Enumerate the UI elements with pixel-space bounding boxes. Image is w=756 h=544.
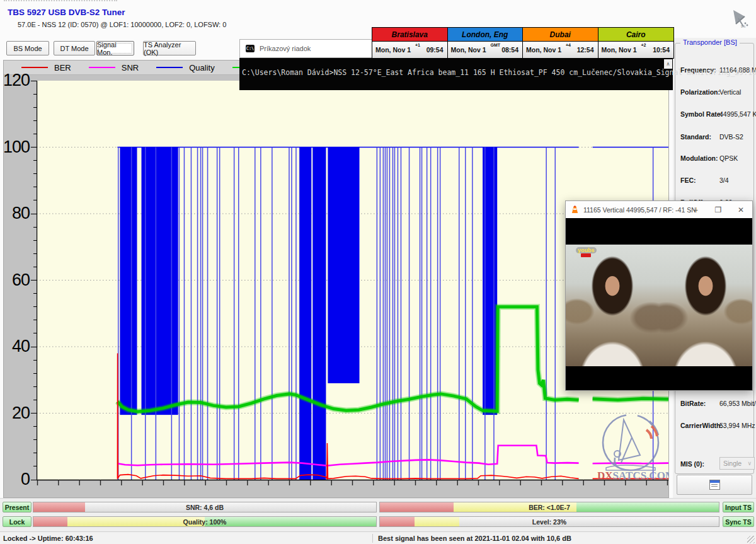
clock-london: London, Eng Mon, Nov 1 GMT 08:54 bbox=[448, 28, 524, 58]
svg-text:DXSATCS.COM: DXSATCS.COM bbox=[597, 470, 669, 480]
quality-line-swatch bbox=[156, 67, 183, 68]
video-frame: youbs bbox=[566, 245, 752, 366]
fec-value: 3/4 bbox=[719, 177, 729, 184]
ber-meter: BER: <1.0E-7 bbox=[379, 502, 719, 512]
polarization-label: Polarization: bbox=[680, 88, 720, 96]
clock-dubai: Dubai Mon, Nov 1 +4 12:54 bbox=[523, 28, 598, 58]
fec-label: FEC: bbox=[680, 177, 696, 184]
app-window: { "app": { "title": "TBS 5927 USB DVB-S2… bbox=[0, 0, 756, 544]
present-button[interactable]: Present bbox=[3, 502, 32, 512]
symbol-rate-label: Symbol Rate: bbox=[680, 110, 723, 118]
y-axis-label: 0 bbox=[21, 470, 30, 489]
status-bar: Locked -> Uptime: 60:43:16 Best signal h… bbox=[0, 531, 756, 544]
polarization-value: Vertical bbox=[719, 88, 741, 96]
satellite-dish-icon: 9% bbox=[726, 8, 751, 33]
page-title: TBS 5927 USB DVB-S2 Tuner bbox=[8, 8, 125, 17]
ber-line-swatch bbox=[21, 67, 48, 68]
vlc-window-title: 11165 Vertical 44995,547 / RF: -41 SNR: … bbox=[583, 206, 697, 214]
cmd-window-title: Príkazový riadok bbox=[260, 45, 311, 52]
vlc-video-area[interactable]: youbs bbox=[566, 218, 752, 390]
sync-ts-button[interactable]: Sync TS bbox=[723, 516, 754, 527]
chevron-down-icon: ∨ bbox=[747, 460, 752, 466]
close-button[interactable]: ✕ bbox=[730, 201, 752, 218]
standard-label: Standard: bbox=[680, 133, 711, 141]
scroll-up-arrow[interactable]: ∧ bbox=[664, 59, 672, 69]
report-button[interactable] bbox=[677, 475, 752, 495]
legend-item-quality: Quality bbox=[156, 63, 214, 72]
command-prompt-body[interactable]: C:\Users\Roman Dávid>NSS 12-57°E_East Af… bbox=[239, 58, 673, 90]
watermark-dx: DX bbox=[597, 470, 613, 480]
mis-label: MIS (0): bbox=[680, 460, 704, 468]
tab-dt-mode[interactable]: DT Mode bbox=[54, 41, 95, 55]
signal-meters-strip: Present Lock SNR: 4,6 dB Quality: 100% B… bbox=[0, 498, 756, 532]
bitrate-value: 66,953 Mbit/s bbox=[719, 400, 756, 407]
cropped-window-fragment bbox=[4, 0, 117, 5]
snr-line-swatch bbox=[89, 67, 115, 68]
channel-logo: youbs bbox=[576, 247, 597, 253]
y-axis-label: 100 bbox=[3, 137, 30, 157]
quality-meter: Quality: 100% bbox=[33, 516, 377, 527]
groupbox-title: Transponder [BS] bbox=[680, 38, 740, 46]
y-axis-label: 40 bbox=[12, 337, 30, 356]
modulation-label: Modulation: bbox=[680, 154, 718, 162]
lock-uptime-status: Locked -> Uptime: 60:43:16 bbox=[0, 535, 372, 542]
y-axis-label: 20 bbox=[12, 403, 30, 423]
document-list-icon bbox=[709, 480, 720, 490]
snr-meter: SNR: 4,6 dB bbox=[33, 502, 377, 512]
dxsatcs-watermark: DXSATCS.COM bbox=[596, 410, 669, 483]
lock-button[interactable]: Lock bbox=[3, 516, 32, 527]
clock-bratislava: Bratislava Mon, Nov 1 +1 09:54 bbox=[372, 28, 448, 58]
svg-text:9%: 9% bbox=[741, 25, 746, 28]
modulation-value: QPSK bbox=[719, 154, 738, 162]
carrier-width-label: CarrierWidth: bbox=[680, 422, 723, 429]
world-clock-panel: Bratislava Mon, Nov 1 +1 09:54 London, E… bbox=[372, 27, 674, 59]
cmd-prompt-line: C:\Users\Roman Dávid>NSS 12-57°E_East Af… bbox=[242, 68, 658, 77]
vlc-titlebar[interactable]: 11165 Vertical 44995,547 / RF: -41 SNR: … bbox=[566, 201, 752, 218]
tab-bs-mode[interactable]: BS Mode bbox=[6, 41, 49, 55]
mis-dropdown[interactable]: Single ∨ bbox=[719, 457, 755, 470]
resize-grip[interactable] bbox=[747, 536, 755, 543]
vlc-player-window[interactable]: 11165 Vertical 44995,547 / RF: -41 SNR: … bbox=[565, 200, 753, 391]
satellite-subtitle: 57.0E - NSS 12 (ID: 0570) @ LOF1: 100000… bbox=[18, 21, 226, 28]
minimize-button[interactable]: – bbox=[684, 201, 707, 218]
video-person-right-mirrored bbox=[659, 245, 752, 366]
standard-value: DVB-S2 bbox=[719, 133, 743, 141]
clock-cairo: Cairo Mon, Nov 1 +2 10:54 bbox=[598, 28, 674, 58]
legend-item-snr: SNR bbox=[89, 63, 139, 72]
y-axis-label: 60 bbox=[12, 270, 30, 290]
vlc-cone-icon bbox=[571, 205, 579, 214]
tab-signal-mon[interactable]: Signal Mon. bbox=[96, 41, 134, 55]
y-axis-label: 80 bbox=[12, 204, 30, 223]
bitrate-label: BitRate: bbox=[680, 400, 706, 407]
carrier-width-value: 53,994 MHz bbox=[719, 422, 755, 429]
input-ts-button[interactable]: Input TS bbox=[723, 502, 754, 512]
maximize-button[interactable]: ❐ bbox=[707, 201, 730, 218]
y-axis-label: 120 bbox=[3, 71, 30, 90]
symbol-rate-value: 44995,547 KS/s bbox=[719, 110, 756, 118]
y-axis: 020406080100120 bbox=[4, 81, 37, 480]
video-person-left: youbs bbox=[566, 245, 659, 366]
tab-ts-analyzer[interactable]: TS Analyzer (OK) bbox=[143, 41, 196, 55]
best-signal-status: Best signal has been seen at 2021-11-01 … bbox=[373, 535, 571, 542]
level-meter: Level: 23% bbox=[379, 516, 719, 527]
cmd-icon: C:\ bbox=[246, 45, 255, 52]
